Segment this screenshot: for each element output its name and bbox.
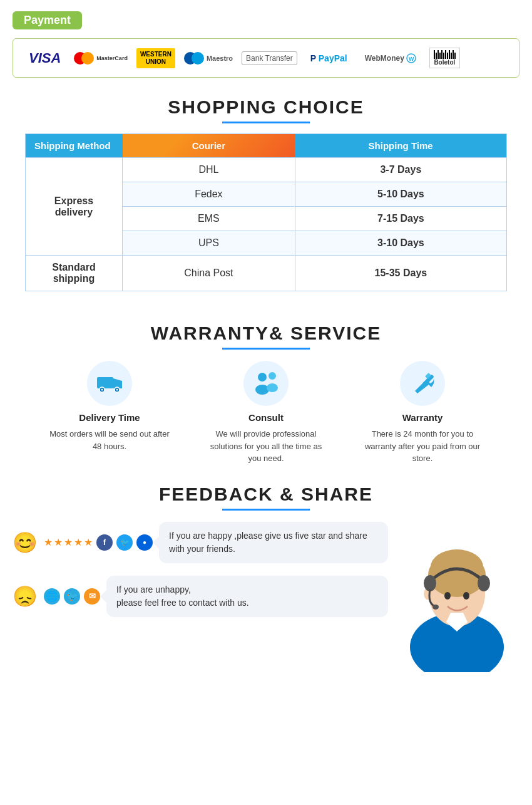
maestro-logo: Maestro [184, 52, 233, 65]
feedback-row-unhappy: 😞 🌐 🐦 ✉ If you are unhappy,please feel f… [13, 576, 388, 617]
maestro-label: Maestro [207, 55, 233, 62]
delivery-title: Delivery Time [79, 412, 140, 423]
time-ems: 7-15 Days [295, 207, 506, 231]
mc-label: MasterCard [96, 55, 128, 61]
truck-icon [96, 372, 123, 395]
warranty-section: WARRANTY& SERVICE Delivery Time Most ord… [0, 310, 532, 471]
paypal-text: PayPal [316, 53, 347, 63]
mastercard-logo: MasterCard [74, 52, 128, 65]
payment-logos-box: VISA MasterCard WESTERNUNION Maestro Ban… [13, 38, 519, 78]
courier-chinapost: China Post [123, 256, 295, 291]
warranty-title-label: Warranty [402, 412, 442, 423]
globe-icon[interactable]: 🌐 [44, 588, 60, 605]
mail-icon[interactable]: ✉ [84, 588, 100, 605]
svg-point-24 [444, 592, 451, 600]
boletol-logo: Boletol [429, 48, 460, 68]
courier-ems: EMS [123, 207, 295, 231]
star2: ★ [54, 536, 63, 548]
happy-icons: ★ ★ ★ ★ ★ f 🐦 ● [44, 534, 153, 551]
star4: ★ [74, 536, 83, 548]
paypal-logo: P PayPal [306, 51, 352, 65]
barcode-lines [434, 50, 456, 59]
bank-transfer-logo: Bank Transfer [242, 51, 297, 65]
bird-icon[interactable]: 🐦 [64, 588, 80, 605]
facebook-icon[interactable]: f [96, 534, 113, 551]
shopping-choice-title: SHOPPING CHOICE [13, 96, 519, 118]
feedback-row-happy: 😊 ★ ★ ★ ★ ★ f 🐦 ● If you are happy ,plea… [13, 522, 388, 563]
table-row: Standardshipping China Post 15-35 Days [26, 256, 507, 291]
feedback-agent [394, 522, 519, 672]
svg-point-25 [463, 592, 469, 600]
time-chinapost: 15-35 Days [295, 256, 506, 291]
star3: ★ [64, 536, 73, 548]
shopping-choice-underline [222, 122, 310, 123]
svg-point-7 [101, 389, 103, 391]
wrench-icon [409, 370, 436, 397]
warranty-icon-circle [400, 361, 445, 406]
star-rating: ★ ★ ★ ★ ★ [44, 536, 93, 548]
delivery-desc: Most orders will be send out after 48 ho… [47, 428, 172, 452]
time-dhl: 3-7 Days [295, 158, 506, 182]
consult-desc: We will provide professional solutions f… [203, 428, 329, 465]
feedback-left: 😊 ★ ★ ★ ★ ★ f 🐦 ● If you are happy ,plea… [13, 522, 394, 617]
svg-point-11 [269, 372, 276, 380]
boletol-label: Boletol [434, 59, 455, 66]
consult-icon-circle [243, 361, 289, 406]
agent-figure [397, 522, 516, 672]
warranty-desc: There is 24 month for you to warranty af… [360, 428, 485, 465]
th-courier: Courier [123, 134, 295, 158]
table-row: Expressdelivery DHL 3-7 Days [26, 158, 507, 182]
consult-title: Consult [248, 412, 284, 423]
delivery-icon-circle [87, 361, 132, 406]
happy-message: If you are happy ,please give us five st… [159, 522, 388, 563]
feedback-section: FEEDBACK & SHARE 😊 ★ ★ ★ ★ ★ f 🐦 ● [0, 471, 532, 685]
svg-point-21 [424, 575, 436, 591]
feedback-underline [222, 509, 310, 511]
webmoney-icon: W [406, 53, 416, 63]
warranty-item-delivery: Delivery Time Most orders will be send o… [47, 361, 172, 452]
time-fedex: 5-10 Days [295, 182, 506, 207]
star1: ★ [44, 536, 53, 548]
unhappy-smiley: 😞 [13, 584, 38, 608]
warranty-icons-row: Delivery Time Most orders will be send o… [13, 361, 519, 465]
svg-point-12 [267, 383, 278, 392]
th-time: Shipping Time [295, 134, 506, 158]
svg-point-22 [478, 575, 490, 591]
method-standard: Standardshipping [26, 256, 123, 291]
twitter-icon[interactable]: 🐦 [116, 534, 133, 551]
warranty-underline [222, 348, 310, 350]
courier-ups: UPS [123, 231, 295, 256]
payment-section: Payment VISA MasterCard WESTERNUNION Mae… [0, 0, 532, 84]
webmoney-text: WebMoney [365, 54, 404, 63]
svg-point-9 [258, 373, 267, 382]
courier-dhl: DHL [123, 158, 295, 182]
th-method: Shipping Method [26, 134, 123, 158]
table-header-row: Shipping Method Courier Shipping Time [26, 134, 507, 158]
visa-logo: VISA [24, 48, 65, 68]
feedback-content: 😊 ★ ★ ★ ★ ★ f 🐦 ● If you are happy ,plea… [13, 522, 519, 672]
warranty-item-warranty: Warranty There is 24 month for you to wa… [360, 361, 485, 465]
payment-title: Payment [13, 11, 82, 29]
feedback-title: FEEDBACK & SHARE [13, 484, 519, 505]
svg-text:W: W [409, 56, 414, 62]
shopping-choice-section: SHOPPING CHOICE Shipping Method Courier … [0, 84, 532, 310]
svg-point-19 [431, 549, 483, 584]
shipping-table: Shipping Method Courier Shipping Time Ex… [25, 133, 507, 291]
mc-circle-orange [81, 52, 94, 65]
unhappy-message: If you are unhappy,please feel free to c… [106, 576, 388, 617]
unhappy-icons: 🌐 🐦 ✉ [44, 588, 100, 605]
happy-smiley: 😊 [13, 531, 38, 554]
star5: ★ [84, 536, 93, 548]
method-express: Expressdelivery [26, 158, 123, 256]
consult-icon [251, 370, 281, 397]
courier-fedex: Fedex [123, 182, 295, 207]
warranty-item-consult: Consult We will provide professional sol… [203, 361, 329, 465]
time-ups: 3-10 Days [295, 231, 506, 256]
webmoney-logo: WebMoney W [361, 51, 421, 65]
flickr-icon[interactable]: ● [136, 534, 153, 551]
svg-point-8 [116, 389, 118, 391]
mae-circle2 [192, 52, 204, 65]
svg-point-23 [432, 605, 439, 610]
paypal-p1: P [310, 53, 316, 63]
svg-rect-2 [97, 377, 113, 388]
